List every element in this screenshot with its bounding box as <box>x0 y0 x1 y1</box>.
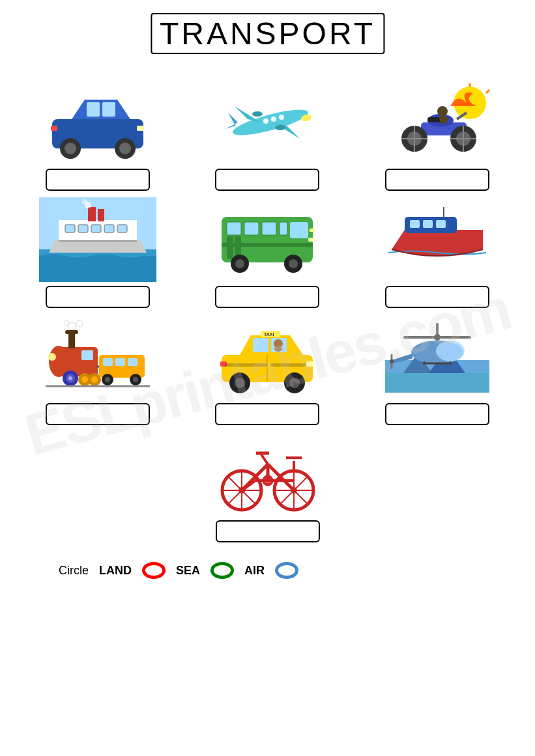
svg-point-55 <box>235 259 244 268</box>
list-item <box>359 197 515 308</box>
svg-point-15 <box>275 125 285 130</box>
ferry-label-box <box>46 286 150 308</box>
svg-rect-47 <box>227 222 241 235</box>
page: TRANSPORT ESLprintables.com <box>0 0 535 756</box>
svg-point-102 <box>289 378 300 388</box>
svg-point-9 <box>231 105 310 140</box>
svg-rect-7 <box>137 126 145 131</box>
svg-line-140 <box>261 455 268 464</box>
taxi-label-box <box>215 403 319 425</box>
svg-rect-63 <box>436 220 446 228</box>
legend-land-circle <box>142 562 166 579</box>
svg-rect-62 <box>423 220 433 228</box>
svg-point-43 <box>82 199 87 204</box>
train-image <box>39 315 156 399</box>
svg-rect-109 <box>385 373 489 393</box>
boat-label-box <box>385 286 489 308</box>
list-item <box>189 197 345 308</box>
svg-rect-2 <box>102 102 115 117</box>
svg-rect-105 <box>270 363 306 367</box>
svg-rect-61 <box>410 220 420 228</box>
bus-image <box>209 197 326 282</box>
svg-point-80 <box>91 376 98 383</box>
svg-point-67 <box>64 320 69 326</box>
svg-rect-1 <box>87 102 100 117</box>
svg-point-86 <box>105 377 110 382</box>
legend-land-label: LAND <box>99 564 132 578</box>
bicycle-label-box <box>216 520 320 542</box>
svg-rect-71 <box>65 330 78 334</box>
airplane-label-box <box>215 169 319 191</box>
car-image <box>39 80 156 165</box>
svg-point-88 <box>133 377 138 382</box>
helicopter-image <box>379 315 496 399</box>
svg-point-14 <box>252 111 263 117</box>
svg-rect-84 <box>128 358 137 366</box>
svg-point-116 <box>390 359 394 363</box>
svg-rect-36 <box>78 225 88 232</box>
page-title: TRANSPORT <box>151 13 384 54</box>
svg-rect-82 <box>103 358 113 366</box>
svg-rect-39 <box>117 225 127 232</box>
bicycle-image <box>209 432 326 516</box>
svg-point-4 <box>65 143 76 154</box>
svg-line-18 <box>486 90 489 93</box>
svg-point-78 <box>81 376 88 383</box>
taxi-image: TAXI <box>209 315 326 399</box>
list-item: TAXI <box>189 315 345 425</box>
svg-point-66 <box>76 320 83 327</box>
svg-point-100 <box>235 378 245 388</box>
legend: Circle LAND SEA AIR <box>20 562 515 579</box>
svg-point-6 <box>119 143 131 154</box>
list-item <box>20 80 176 191</box>
svg-point-112 <box>434 334 441 341</box>
list-item <box>359 315 515 425</box>
legend-sea-label: SEA <box>176 564 200 578</box>
svg-rect-35 <box>65 225 75 232</box>
list-item <box>20 197 176 308</box>
svg-rect-41 <box>98 209 104 221</box>
svg-rect-50 <box>280 222 287 235</box>
svg-rect-70 <box>68 333 75 348</box>
legend-sea-circle <box>210 562 234 579</box>
svg-rect-53 <box>308 238 315 242</box>
legend-instruction: Circle <box>59 564 89 578</box>
svg-rect-48 <box>244 222 259 235</box>
svg-rect-72 <box>81 350 93 360</box>
svg-text:TAXI: TAXI <box>264 332 274 337</box>
helicopter-label-box <box>385 403 489 425</box>
svg-point-31 <box>437 106 448 117</box>
svg-rect-40 <box>88 207 96 221</box>
svg-rect-59 <box>310 229 315 232</box>
svg-rect-92 <box>253 338 268 352</box>
list-item <box>209 432 326 542</box>
car-label-box <box>46 169 150 191</box>
svg-rect-49 <box>262 222 276 235</box>
airplane-image <box>209 80 326 165</box>
svg-point-12 <box>279 115 284 120</box>
legend-air-circle <box>275 562 298 579</box>
svg-point-73 <box>48 353 56 361</box>
svg-point-103 <box>274 339 283 348</box>
bicycle-row <box>20 432 515 542</box>
svg-rect-97 <box>306 361 314 367</box>
svg-rect-37 <box>91 225 101 232</box>
motorcycle-image <box>379 80 496 165</box>
transport-grid: TAXI <box>20 80 515 425</box>
legend-air-label: AIR <box>244 564 265 578</box>
svg-rect-8 <box>51 126 57 131</box>
motorcycle-label-box <box>385 169 489 191</box>
svg-rect-58 <box>222 243 313 247</box>
list-item <box>359 80 515 191</box>
svg-point-57 <box>289 259 298 268</box>
svg-rect-38 <box>104 225 114 232</box>
svg-point-13 <box>263 119 268 124</box>
svg-rect-104 <box>225 363 267 367</box>
svg-rect-46 <box>290 222 308 238</box>
list-item <box>189 80 345 191</box>
list-item <box>20 315 176 425</box>
svg-point-76 <box>68 376 72 380</box>
bus-label-box <box>215 286 319 308</box>
boat-image <box>379 197 496 282</box>
svg-point-11 <box>271 117 276 122</box>
